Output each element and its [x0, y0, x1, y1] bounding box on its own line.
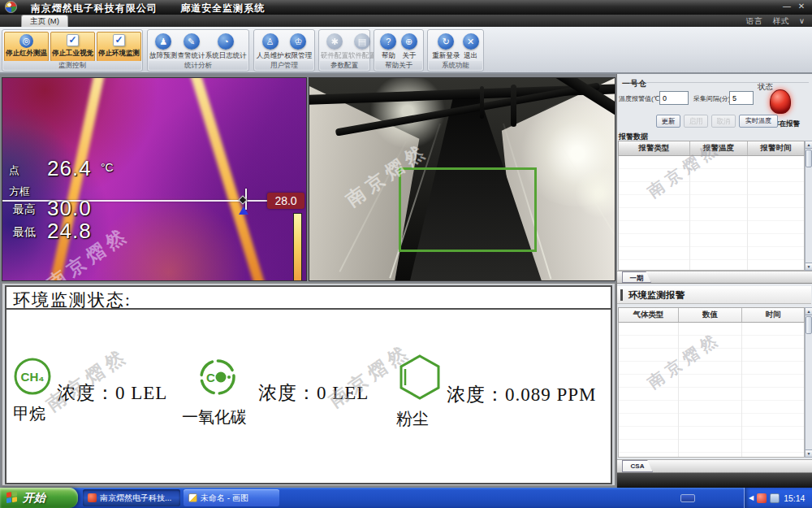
stop-env-monitor-button[interactable]: ✓ 停止环境监测 [97, 32, 141, 62]
pipe-hanger [480, 86, 484, 119]
realtime-temp-button[interactable]: 实时温度 [739, 115, 778, 128]
language-menu[interactable]: 语言 [746, 16, 763, 25]
start-label: 开始 [23, 491, 45, 506]
relogin-button[interactable]: ↻ 重新登录 [432, 33, 460, 61]
sensor-name-methane: 甲烷 [13, 403, 45, 425]
alarm-table-header: 报警类型 报警温度 报警时间 [618, 141, 805, 156]
app-logo-icon [5, 1, 17, 13]
interval-label: 采集间隔(分): [693, 94, 732, 103]
cancel-button[interactable]: 取消 [711, 115, 736, 128]
column-header[interactable]: 报警时间 [748, 141, 804, 155]
task-label: 南京熠然电子科技... [100, 493, 171, 504]
button-label: 退出 [464, 51, 477, 61]
column-header[interactable]: 报警类型 [619, 141, 690, 155]
max-label: 最高 [13, 202, 36, 217]
temp-alarm-input[interactable] [659, 91, 689, 105]
co-icon-label: C [206, 371, 215, 384]
temp-alarm-label: 温度报警值(℃): [619, 94, 663, 103]
permission-management-button[interactable]: ♔ 权限管理 [284, 33, 312, 61]
taskbar-task-paint[interactable]: 未命名 - 画图 [184, 489, 279, 506]
minimize-button[interactable]: — [781, 2, 793, 11]
alarm-table-body [618, 156, 805, 271]
button-label: 系统日志统计 [205, 51, 247, 61]
software-config-button[interactable]: ▤ 软件配置 [348, 33, 376, 61]
column-header[interactable]: 时间 [742, 308, 804, 322]
help-button[interactable]: ? 帮助 [380, 33, 396, 61]
ribbon-tab-row: 主页 (M) 语言 样式 ∨ [0, 15, 812, 27]
personnel-maintenance-button[interactable]: ♙ 人员维护 [257, 33, 284, 61]
column-divider [678, 323, 679, 457]
taskbar-task-monitor-app[interactable]: 南京熠然电子科技... [83, 489, 180, 506]
methane-reading: 浓度：0 LEL [57, 380, 167, 406]
pipe-hanger [511, 85, 516, 127]
bottom-dark-strip [617, 473, 812, 488]
chevron-down-icon[interactable]: ∨ [799, 16, 806, 25]
style-menu[interactable]: 样式 [772, 16, 789, 25]
scale-max-value: 28.0 [267, 193, 304, 209]
refresh-icon: ↻ [438, 33, 454, 50]
carbon-monoxide-icon: C [198, 358, 237, 397]
tray-chevron-icon[interactable]: ◀ [749, 494, 754, 501]
group-label: 参数配置 [320, 61, 369, 70]
start-button[interactable]: 开始 [0, 488, 78, 508]
scroll-down-arrow[interactable]: ▼ [806, 263, 812, 270]
scroll-up-arrow[interactable]: ▲ [806, 141, 812, 149]
tray-device-icon[interactable] [770, 493, 780, 503]
monitor-icon: ▤ [354, 33, 370, 50]
checkbox-check-icon: ✓ [113, 34, 125, 46]
scroll-up-arrow[interactable]: ▲ [806, 308, 812, 315]
env-alarm-scrollbar[interactable]: ▲ ▼ [805, 307, 812, 458]
title-bar: 南京熠然电子科技有限公司 廊道安全监测系统 — ✕ [0, 0, 812, 15]
tray-app-icon[interactable] [757, 493, 767, 503]
divider [6, 308, 611, 310]
header-accent-bar [620, 289, 623, 301]
max-temperature: 30.0 [47, 196, 92, 221]
sensor-name-dust: 粉尘 [396, 408, 429, 430]
tab-home[interactable]: 主页 (M) [21, 15, 68, 27]
tray-clock: 15:14 [784, 493, 805, 503]
column-header[interactable]: 报警温度 [690, 141, 748, 155]
app-task-icon [88, 493, 97, 502]
hardware-config-button[interactable]: ✱ 硬件配置 [321, 33, 348, 61]
fault-prediction-button[interactable]: ♟ 故障预测 [149, 33, 177, 61]
interval-input[interactable] [729, 91, 754, 105]
scroll-down-arrow[interactable]: ▼ [806, 449, 812, 457]
exit-button[interactable]: ✕ 退出 [463, 33, 479, 61]
button-label: 关于 [402, 51, 416, 61]
methane-icon-label: CH₄ [21, 370, 45, 384]
ribbon-group-system-functions: ↻ 重新登录 ✕ 退出 系统功能 [427, 29, 484, 72]
update-button[interactable]: 更新 [656, 115, 680, 128]
cold-spot-marker-icon [239, 206, 248, 215]
point-label: 点 [9, 163, 19, 178]
stop-infrared-button[interactable]: ◎ 停止红外测温 [4, 32, 49, 62]
scroll-thumb[interactable] [806, 150, 812, 167]
globe-icon: ⊕ [401, 33, 417, 50]
ribbon-group-parameter-config: ✱ 硬件配置 ▤ 软件配置 参数配置 [318, 29, 370, 72]
language-bar-icon[interactable] [680, 494, 695, 502]
button-label: 停止工业视觉 [52, 49, 93, 59]
gear-icon: ✱ [326, 33, 343, 50]
min-label: 最低 [13, 225, 36, 240]
group-label: 监测控制 [3, 61, 141, 70]
enable-button[interactable]: 启用 [684, 115, 708, 128]
alarm-table-scrollbar[interactable]: ▲ ▼ [805, 141, 812, 271]
scroll-thumb[interactable] [806, 316, 812, 334]
ribbon-group-monitor-control: ◎ 停止红外测温 ✓ 停止工业视觉 ✓ 停止环境监测 监测控制 [2, 29, 143, 72]
alarm-statistics-button[interactable]: ✎ 查警统计 [178, 33, 205, 61]
column-header[interactable]: 气体类型 [619, 308, 679, 322]
group-label: 用户管理 [255, 61, 313, 70]
column-header[interactable]: 数值 [679, 308, 742, 322]
sensor-name-co: 一氧化碳 [182, 406, 247, 428]
system-log-statistics-button[interactable]: ◔ 系统日志统计 [205, 33, 247, 61]
column-divider [747, 156, 748, 270]
methane-icon: CH₄ [13, 356, 52, 397]
column-divider [689, 156, 690, 270]
user-icon: ♙ [262, 33, 279, 50]
stop-industrial-vision-button[interactable]: ✓ 停止工业视觉 [50, 32, 95, 62]
question-mark-icon: ? [380, 33, 396, 50]
about-button[interactable]: ⊕ 关于 [401, 33, 417, 61]
window-title: 南京熠然电子科技有限公司 廊道安全监测系统 [31, 2, 265, 15]
infrared-ring-icon: ◎ [19, 34, 33, 48]
close-button[interactable]: ✕ [796, 2, 807, 11]
thermal-camera-view: 点 26.4 °C 方框 最高 30.0 最低 24.8 28.0 25.6 0… [2, 77, 307, 281]
